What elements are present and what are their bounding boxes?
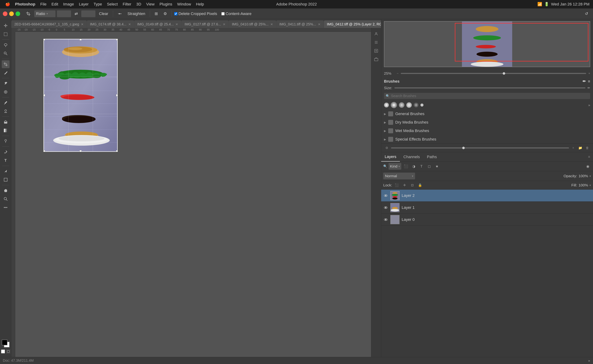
crop-handle-br[interactable] bbox=[116, 150, 118, 152]
menu-help[interactable]: Help bbox=[193, 0, 207, 8]
crop-handle-tl[interactable] bbox=[43, 39, 45, 40]
tab-1-close[interactable]: ✕ bbox=[128, 22, 131, 26]
grid-button[interactable]: ⊞ bbox=[153, 10, 160, 17]
tab-5-close[interactable]: ✕ bbox=[318, 22, 320, 26]
brush-preset-3[interactable] bbox=[399, 102, 405, 108]
traffic-minimize[interactable] bbox=[9, 12, 14, 16]
brush-preset-4[interactable] bbox=[406, 102, 412, 108]
layer-0-visibility[interactable] bbox=[383, 217, 388, 222]
color-swatches[interactable] bbox=[2, 340, 10, 347]
crop-handle-ml[interactable] bbox=[43, 94, 45, 96]
filter-toggle[interactable]: ◉ bbox=[585, 163, 591, 169]
canvas-viewport[interactable] bbox=[15, 32, 381, 357]
straighten-button[interactable]: Straighten bbox=[126, 11, 147, 17]
tab-2-close[interactable]: ✕ bbox=[175, 22, 178, 26]
paths-tab[interactable]: Paths bbox=[423, 152, 440, 162]
eyedropper-tool[interactable] bbox=[2, 80, 10, 87]
fill-value[interactable]: 100% bbox=[579, 183, 588, 187]
gradient-tool[interactable] bbox=[2, 127, 10, 134]
layer-row-1[interactable]: Layer 1 bbox=[381, 202, 593, 214]
reset-button[interactable]: ↺ bbox=[583, 10, 590, 17]
clear-button[interactable]: Clear bbox=[97, 11, 110, 17]
pen-tool[interactable] bbox=[2, 148, 10, 156]
tab-3-close[interactable]: ✕ bbox=[223, 22, 226, 26]
tab-2[interactable]: IMG_0149.tiff @ 25.4... ✕ bbox=[134, 20, 181, 28]
canvas-image-container[interactable] bbox=[43, 39, 118, 152]
brush-size-edit-icon[interactable]: ✏ bbox=[587, 86, 590, 90]
brush-more-button[interactable]: » bbox=[588, 103, 590, 107]
slice-tool[interactable] bbox=[2, 69, 10, 77]
panel-icon-4[interactable] bbox=[373, 47, 380, 54]
brush-new-icon[interactable]: + bbox=[570, 145, 576, 151]
filter-type-icon[interactable]: T bbox=[418, 163, 425, 169]
lock-pixel-btn[interactable]: ⬛ bbox=[393, 182, 400, 188]
zoom-slider-thumb[interactable] bbox=[503, 72, 505, 75]
traffic-maximize[interactable] bbox=[16, 12, 20, 16]
brush-delete-icon[interactable]: 🗑 bbox=[585, 145, 590, 151]
blend-mode-select[interactable]: Normal ▾ bbox=[383, 173, 415, 179]
brush-settings-icon[interactable]: ⚙ bbox=[384, 145, 390, 151]
traffic-close[interactable] bbox=[3, 12, 7, 16]
layer-1-visibility[interactable] bbox=[383, 205, 388, 210]
lock-artboard-btn[interactable]: ⊡ bbox=[409, 182, 415, 188]
brush-flow-thumb[interactable] bbox=[462, 147, 465, 149]
menu-plugins[interactable]: Plugins bbox=[157, 0, 175, 8]
more-tools[interactable]: ••• bbox=[2, 203, 10, 211]
tab-1[interactable]: IMG_0174.tiff @ 38.4... ✕ bbox=[87, 20, 134, 28]
width-input[interactable] bbox=[57, 10, 71, 17]
content-aware-checkbox[interactable] bbox=[221, 12, 225, 15]
swap-dimensions-button[interactable]: ⇄ bbox=[73, 10, 80, 17]
filter-smart-icon[interactable]: ★ bbox=[434, 163, 440, 169]
brush-search-bar[interactable]: 🔍 bbox=[384, 93, 590, 99]
filter-pixel-icon[interactable]: ⬛ bbox=[403, 163, 409, 169]
foreground-color[interactable] bbox=[2, 340, 7, 345]
lock-all-btn[interactable]: 🔒 bbox=[417, 182, 423, 188]
settings-button[interactable]: ⚙ bbox=[161, 10, 169, 17]
delete-cropped-label[interactable]: Delete Cropped Pixels bbox=[174, 12, 217, 16]
brush-preset-2[interactable] bbox=[391, 102, 397, 108]
height-input[interactable] bbox=[81, 10, 95, 17]
brush-preset-1[interactable] bbox=[384, 103, 389, 108]
shape-tool[interactable] bbox=[2, 176, 10, 184]
eraser-tool[interactable] bbox=[2, 118, 10, 126]
content-aware-label[interactable]: Content-Aware bbox=[221, 12, 252, 16]
kind-select[interactable]: Kind ▾ bbox=[389, 163, 401, 170]
panel-icon-3[interactable] bbox=[373, 39, 380, 46]
tab-4-close[interactable]: ✕ bbox=[270, 22, 273, 26]
layer-row-2[interactable]: Layer 2 bbox=[381, 190, 593, 202]
type-tool[interactable]: T bbox=[2, 156, 10, 164]
menu-layer[interactable]: Layer bbox=[76, 0, 91, 8]
brush-preset-5[interactable] bbox=[414, 103, 419, 108]
brush-preset-6[interactable] bbox=[420, 104, 424, 107]
quick-select-tool[interactable] bbox=[2, 50, 10, 57]
marquee-tool[interactable] bbox=[2, 30, 10, 38]
ratio-dropdown[interactable]: Ratio ▾ bbox=[34, 10, 55, 17]
crop-handle-bc[interactable] bbox=[80, 150, 82, 152]
zoom-out-icon[interactable]: − bbox=[397, 72, 399, 75]
filter-adjust-icon[interactable]: ◑ bbox=[410, 163, 417, 169]
layer-2-visibility[interactable] bbox=[383, 193, 388, 198]
spot-heal-tool[interactable] bbox=[2, 88, 10, 96]
lock-position-btn[interactable]: ✛ bbox=[401, 182, 408, 188]
menu-window[interactable]: Window bbox=[175, 0, 193, 8]
brush-category-dry[interactable]: ▶ Dry Media Brushes bbox=[381, 118, 593, 127]
path-select-tool[interactable] bbox=[2, 167, 10, 175]
brushes-edit-icon[interactable]: ✏ bbox=[583, 79, 586, 84]
hand-tool[interactable] bbox=[2, 187, 10, 194]
move-tool[interactable] bbox=[2, 22, 10, 30]
layers-tab-menu[interactable]: ≡ bbox=[585, 155, 593, 159]
filter-shape-icon[interactable]: ◻ bbox=[426, 163, 432, 169]
crop-handle-bl[interactable] bbox=[43, 150, 45, 152]
layer-row-0[interactable]: Layer 0 bbox=[381, 214, 593, 226]
menu-filter[interactable]: Filter bbox=[120, 0, 134, 8]
apple-menu[interactable]: 🍎 bbox=[3, 0, 13, 8]
brush-folder-icon[interactable]: 📁 bbox=[577, 145, 583, 151]
quick-mask-icon[interactable] bbox=[1, 350, 5, 353]
panel-icon-5[interactable] bbox=[373, 56, 380, 63]
tab-5[interactable]: IMG_0411.tiff @ 25%... ✕ bbox=[276, 20, 324, 28]
brush-size-slider[interactable] bbox=[394, 87, 585, 88]
brush-tool[interactable] bbox=[2, 99, 10, 107]
panel-icon-2[interactable] bbox=[373, 30, 380, 37]
tab-0-close[interactable]: ✕ bbox=[81, 22, 84, 26]
dodge-tool[interactable] bbox=[2, 137, 10, 145]
